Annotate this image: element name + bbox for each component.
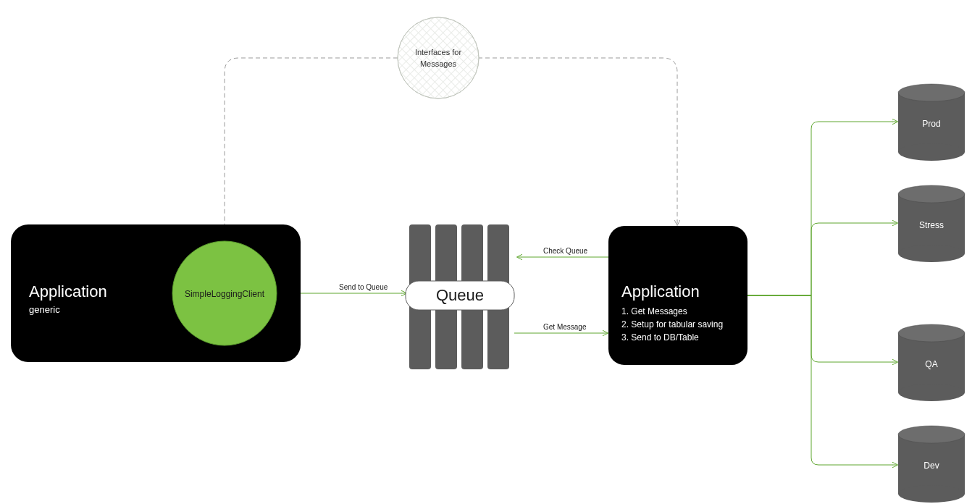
app-right-l1: 1. Get Messages [621, 306, 687, 316]
edge-check-label: Check Queue [543, 247, 588, 255]
app-right-l2: 2. Setup for tabular saving [621, 319, 723, 329]
db-stress: Stress [898, 185, 965, 262]
svg-point-24 [898, 426, 965, 443]
edge-send-label: Send to Queue [339, 283, 388, 291]
edge-interfaces-left [225, 58, 398, 232]
db-stress-label: Stress [919, 220, 944, 230]
app-right-title: Application [621, 282, 700, 301]
app-left-client: SimpleLoggingClient [185, 289, 265, 299]
db-prod: Prod [898, 84, 965, 161]
edge-interfaces-right [478, 58, 677, 224]
svg-point-19 [898, 245, 965, 262]
edge-to-dev [747, 295, 897, 465]
svg-point-16 [898, 143, 965, 161]
db-dev-label: Dev [924, 461, 939, 471]
db-dev: Dev [898, 426, 965, 503]
app-right: Application 1. Get Messages 2. Setup for… [608, 226, 747, 365]
interfaces-node: Interfaces for Messages [398, 17, 479, 98]
app-left-sub: generic [29, 304, 60, 315]
db-qa: QA [898, 324, 965, 401]
app-left: Application generic SimpleLoggingClient [11, 224, 301, 362]
edge-get-label: Get Message [543, 323, 587, 331]
db-qa-label: QA [925, 359, 937, 369]
svg-point-5 [398, 17, 479, 98]
queue-label: Queue [436, 286, 484, 304]
app-right-l3: 3. Send to DB/Table [621, 332, 699, 343]
svg-point-21 [898, 324, 965, 342]
edge-to-qa [747, 295, 897, 362]
queue-node: Queue [406, 224, 514, 369]
interfaces-line1: Interfaces for [415, 48, 462, 56]
interfaces-line2: Messages [420, 59, 457, 68]
db-prod-label: Prod [922, 119, 940, 129]
svg-point-15 [898, 84, 965, 101]
svg-point-25 [898, 485, 965, 503]
svg-point-18 [898, 185, 965, 203]
edge-to-stress [747, 223, 897, 295]
edge-to-prod [747, 122, 897, 295]
app-left-title: Application [29, 282, 107, 301]
svg-point-22 [898, 384, 965, 401]
